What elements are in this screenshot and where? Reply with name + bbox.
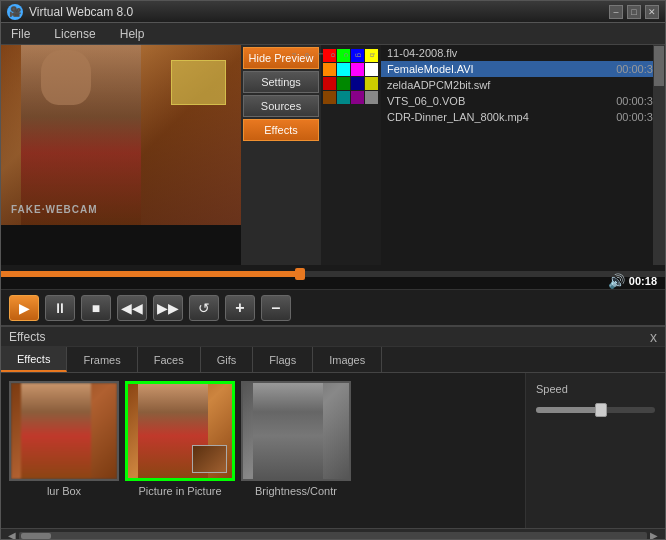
file-list: 11-04-2008.flvFemaleModel.AVI00:00:33zel…: [381, 45, 665, 125]
effects-panel-label: Effects: [9, 330, 45, 344]
plus-button[interactable]: +: [225, 295, 255, 321]
main-content: FAKE·WEBCAM Hide Preview Settings Source…: [1, 45, 665, 265]
file-item[interactable]: CDR-Dinner_LAN_800k.mp400:00:30: [381, 109, 665, 125]
bgolor-label: bgcolor: [288, 53, 379, 58]
scrollbar-thumb[interactable]: [654, 46, 664, 86]
effects-tab-faces[interactable]: Faces: [138, 347, 201, 372]
scroll-right-button[interactable]: ▶: [647, 530, 661, 540]
effects-tab-images[interactable]: Images: [313, 347, 382, 372]
menu-license[interactable]: License: [50, 25, 99, 43]
effect-figure: [253, 383, 323, 479]
color-cell-4[interactable]: [323, 63, 336, 76]
video-preview: FAKE·WEBCAM: [1, 45, 241, 225]
file-name: zeldaADPCM2bit.swf: [387, 79, 490, 91]
speed-label: Speed: [536, 383, 655, 395]
seek-bar-area: 🔊 00:18: [1, 271, 665, 289]
speed-panel: Speed: [525, 373, 665, 528]
pip-overlay-square: [171, 60, 226, 105]
window-controls: – □ ✕: [609, 5, 659, 19]
effects-tab-effects[interactable]: Effects: [1, 347, 67, 372]
color-cell-5[interactable]: [337, 63, 350, 76]
effects-grid: lur BoxPicture in PictureBrightness/Cont…: [1, 373, 525, 528]
file-item[interactable]: zeldaADPCM2bit.swf: [381, 77, 665, 93]
file-list-scrollbar[interactable]: [653, 45, 665, 265]
effect-item[interactable]: lur Box: [9, 381, 119, 520]
pause-button[interactable]: ⏸: [45, 295, 75, 321]
effect-thumbnail: [241, 381, 351, 481]
file-name: FemaleModel.AVI: [387, 63, 474, 75]
effect-thumb-inner: [243, 383, 349, 479]
side-buttons-panel: Hide Preview Settings Sources Effects: [241, 45, 321, 265]
sources-button[interactable]: Sources: [243, 95, 319, 117]
file-name: CDR-Dinner_LAN_800k.mp4: [387, 111, 529, 123]
color-cell-13[interactable]: [337, 91, 350, 104]
minus-button[interactable]: –: [261, 295, 291, 321]
horizontal-scrollbar-track[interactable]: [19, 532, 647, 540]
effect-label: lur Box: [47, 485, 81, 497]
loop-button[interactable]: ↺: [189, 295, 219, 321]
color-cell-6[interactable]: [351, 63, 364, 76]
minimize-button[interactable]: –: [609, 5, 623, 19]
file-name: 11-04-2008.flv: [387, 47, 457, 59]
pip-box: [192, 445, 227, 473]
color-cell-9[interactable]: [337, 77, 350, 90]
menu-bar: File License Help: [1, 23, 665, 45]
effect-item[interactable]: Picture in Picture: [125, 381, 235, 520]
color-cell-7[interactable]: [365, 63, 378, 76]
file-name: VTS_06_0.VOB: [387, 95, 465, 107]
menu-file[interactable]: File: [7, 25, 34, 43]
scroll-left-button[interactable]: ◀: [5, 530, 19, 540]
color-cell-14[interactable]: [351, 91, 364, 104]
transport-bar: ▶ ⏸ ■ ◀◀ ▶▶ ↺ + –: [1, 289, 665, 325]
close-button[interactable]: ✕: [645, 5, 659, 19]
color-cell-10[interactable]: [351, 77, 364, 90]
menu-help[interactable]: Help: [116, 25, 149, 43]
bottom-scrollbar: ◀ ▶: [1, 528, 665, 540]
seek-thumb[interactable]: [295, 268, 305, 280]
effect-thumb-inner: [128, 384, 232, 478]
app-title: Virtual Webcam 8.0: [29, 5, 609, 19]
seek-bar[interactable]: [1, 271, 665, 277]
file-item[interactable]: VTS_06_0.VOB00:00:38: [381, 93, 665, 109]
speed-slider-thumb[interactable]: [595, 403, 607, 417]
app-icon: 🎥: [7, 4, 23, 20]
title-bar: 🎥 Virtual Webcam 8.0 – □ ✕: [1, 1, 665, 23]
color-cell-11[interactable]: [365, 77, 378, 90]
time-display: 🔊 00:18: [608, 273, 657, 289]
horizontal-scrollbar-thumb[interactable]: [21, 533, 51, 539]
effects-tab-frames[interactable]: Frames: [67, 347, 137, 372]
color-cell-15[interactable]: [365, 91, 378, 104]
color-cell-8[interactable]: [323, 77, 336, 90]
rewind-button[interactable]: ◀◀: [117, 295, 147, 321]
stop-button[interactable]: ■: [81, 295, 111, 321]
settings-button[interactable]: Settings: [243, 71, 319, 93]
effect-figure: [21, 383, 91, 479]
speed-slider-fill: [536, 407, 601, 413]
maximize-button[interactable]: □: [627, 5, 641, 19]
time-current: 00:18: [629, 275, 657, 287]
color-grid-area: bgcolor: [321, 45, 381, 265]
video-frame: FAKE·WEBCAM: [1, 45, 241, 225]
forward-button[interactable]: ▶▶: [153, 295, 183, 321]
file-item[interactable]: FemaleModel.AVI00:00:33: [381, 61, 665, 77]
effects-button[interactable]: Effects: [243, 119, 319, 141]
volume-icon[interactable]: 🔊: [608, 273, 625, 289]
color-cell-12[interactable]: [323, 91, 336, 104]
effects-label-bar: Effects x: [1, 325, 665, 347]
file-item[interactable]: 11-04-2008.flv: [381, 45, 665, 61]
effect-thumb-inner: [11, 383, 117, 479]
effects-close-button[interactable]: x: [650, 329, 657, 345]
effect-label: Brightness/Contr: [255, 485, 337, 497]
effects-tab-flags[interactable]: Flags: [253, 347, 313, 372]
effect-thumbnail: [125, 381, 235, 481]
file-list-area: 11-04-2008.flvFemaleModel.AVI00:00:33zel…: [381, 45, 665, 265]
effects-content: lur BoxPicture in PictureBrightness/Cont…: [1, 373, 665, 528]
effects-tab-gifs[interactable]: Gifs: [201, 347, 254, 372]
effect-label: Picture in Picture: [138, 485, 221, 497]
play-button[interactable]: ▶: [9, 295, 39, 321]
speed-slider[interactable]: [536, 407, 655, 413]
effects-tabs: EffectsFramesFacesGifsFlagsImages: [1, 347, 665, 373]
effect-thumbnail: [9, 381, 119, 481]
watermark: FAKE·WEBCAM: [11, 204, 98, 215]
effect-item[interactable]: Brightness/Contr: [241, 381, 351, 520]
